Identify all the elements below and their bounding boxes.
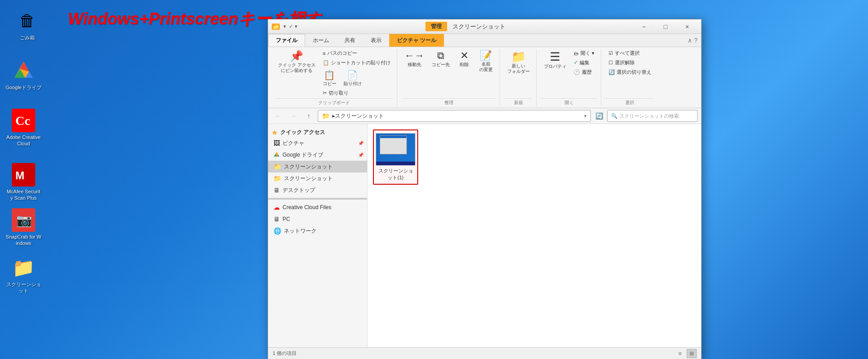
file-name: スクリーンショット(1) (377, 168, 415, 181)
file-item-screenshot[interactable]: スクリーンショット(1) (373, 129, 418, 185)
tile-view-button[interactable]: ⊞ (687, 349, 697, 358)
sidebar-item-gdrive[interactable]: Google ドライブ 📌 (268, 149, 367, 161)
svg-text:📷: 📷 (16, 213, 32, 228)
paste-button[interactable]: 📄 貼り付け (341, 69, 364, 89)
desktop: Windows+Printscreenキーを押す 🗑 ごみ箱 Googleドライ… (0, 0, 868, 359)
sidebar-divider (268, 198, 367, 200)
mcafee-icon[interactable]: M McAfee Security Scan Plus (5, 163, 42, 201)
sidebar-item-desktop[interactable]: 🖥 デスクトップ (268, 184, 367, 196)
adobe-cc-label: Adobe Creative Cloud (5, 134, 42, 147)
google-drive-icon[interactable]: Googleドライブ (5, 59, 42, 91)
status-text: 1 個の項目 (273, 350, 297, 357)
deselect-button[interactable]: ☐ 選択解除 (606, 58, 637, 67)
sidebar-item-screenshot2[interactable]: 📁 スクリーンショット (268, 172, 367, 184)
refresh-button[interactable]: 🔄 (594, 110, 604, 121)
ribbon: ファイル ホーム 共有 表示 ピクチャ ツール ∧ ? 📌 (268, 34, 701, 108)
close-button[interactable]: × (677, 19, 698, 34)
recycle-bin-label: ごみ箱 (20, 34, 35, 41)
network-icon: 🌐 (274, 227, 281, 235)
recycle-bin-icon[interactable]: 🗑 ごみ箱 (9, 9, 45, 41)
maximize-button[interactable]: □ (655, 19, 676, 34)
adobe-cc-icon[interactable]: Cc Adobe Creative Cloud (5, 109, 42, 147)
copy-button[interactable]: 📋 コピー (320, 69, 339, 89)
up-button[interactable]: ↑ (302, 110, 315, 121)
pin-icon: 📌 (358, 141, 363, 146)
sidebar-label-desktop: デスクトップ (283, 187, 315, 194)
tab-view[interactable]: 表示 (363, 34, 389, 47)
creative-cloud-icon: ☁ (274, 204, 280, 211)
delete-button[interactable]: ✕ 削除 (454, 49, 474, 70)
search-placeholder: スクリーンショットの検索 (619, 113, 679, 120)
select-label: 選択 (606, 98, 654, 106)
sidebar-label-screenshot1: スクリーンショット (284, 163, 333, 171)
select-all-button[interactable]: ☑ すべて選択 (606, 49, 642, 57)
back-button[interactable]: ← (272, 110, 284, 121)
sidebar-label-gdrive: Google ドライブ (283, 151, 323, 159)
sidebar-item-network[interactable]: 🌐 ネットワーク (268, 225, 367, 237)
properties-button[interactable]: ☰ プロパティ (541, 49, 569, 77)
clipboard-label: クリップボード (275, 98, 393, 106)
snapcrab-icon[interactable]: 📷 SnapCrab for Windows (5, 208, 42, 247)
address-current: スクリーンショット (335, 112, 384, 120)
clipboard-group: 📌 クイック アクセスにピン留めする ≡ バスのコピー (272, 49, 397, 106)
address-field[interactable]: 📁 ▸ スクリーンショット ▾ (318, 110, 591, 122)
new-folder-button[interactable]: 📁 新しいフォルダー (505, 49, 533, 76)
sidebar-item-pc[interactable]: 🖥 PC (268, 213, 367, 225)
google-drive-label: Googleドライブ (5, 84, 41, 91)
svg-text:Cc: Cc (15, 114, 30, 128)
management-tab: 管理 (425, 22, 447, 31)
tab-share[interactable]: 共有 (337, 34, 363, 47)
move-to-button[interactable]: ←→ 移動先 (402, 49, 427, 70)
pin-quick-access-button[interactable]: 📌 クイック アクセスにピン留めする (275, 49, 318, 75)
collapse-ribbon-icon[interactable]: ∧ (688, 37, 692, 44)
sidebar-item-creative-cloud[interactable]: ☁ Creative Cloud Files (268, 201, 367, 213)
pc-icon: 🖥 (274, 215, 280, 223)
svg-text:M: M (15, 169, 24, 182)
screenshot-icon[interactable]: 📁 スクリーンショット (5, 256, 42, 294)
history-button[interactable]: 🕐 履歴 (571, 68, 597, 77)
main-content: ★ クイック アクセス 🖼 ピクチャ 📌 (268, 124, 701, 347)
cut-button[interactable]: ✂ 切り取り (320, 89, 393, 97)
help-icon[interactable]: ? (694, 37, 698, 44)
quick-access-label: ▾ (283, 24, 286, 29)
status-bar: 1 個の項目 ≡ ⊞ (268, 347, 701, 359)
path-copy-button[interactable]: ≡ バスのコピー (320, 49, 393, 57)
copy-to-button[interactable]: ⧉ コピー先 (429, 49, 453, 70)
new-label: 新規 (505, 98, 533, 106)
title-bar: 📁 ▾ ✓ ▾ 管理 スクリーンショット − □ × (268, 19, 701, 34)
open-label: 開く (541, 98, 597, 106)
sidebar-label-cc: Creative Cloud Files (283, 204, 331, 211)
search-field[interactable]: 🔍 スクリーンショットの検索 (607, 110, 698, 122)
open-button[interactable]: 🗁 開く ▾ (571, 49, 597, 57)
gdrive-icon (274, 151, 280, 159)
sidebar: ★ クイック アクセス 🖼 ピクチャ 📌 (268, 124, 368, 347)
search-icon: 🔍 (611, 113, 618, 119)
tab-picture-tool[interactable]: ピクチャ ツール (389, 34, 444, 47)
pin-icon2: 📌 (358, 153, 363, 158)
list-view-button[interactable]: ≡ (675, 349, 685, 358)
open-group: ☰ プロパティ 🗁 開く ▾ ✓ 編集 (538, 49, 601, 106)
rename-button[interactable]: 📝 名前の変更 (476, 49, 496, 74)
sidebar-label-screenshot2: スクリーンショット (284, 175, 333, 182)
sidebar-item-pictures[interactable]: 🖼 ピクチャ 📌 (268, 137, 367, 149)
sidebar-item-screenshot1[interactable]: 📁 スクリーンショット (268, 161, 367, 172)
organize-group: ←→ 移動先 ⧉ コピー先 ✕ 削除 📝 名前 (398, 49, 500, 106)
file-area: スクリーンショット(1) (368, 124, 701, 347)
invert-select-button[interactable]: 🔄 選択の切り替え (606, 68, 654, 77)
forward-button[interactable]: → (287, 110, 300, 121)
sidebar-label-network: ネットワーク (284, 227, 316, 235)
sidebar-label-pictures: ピクチャ (283, 139, 304, 147)
tab-home[interactable]: ホーム (305, 34, 337, 47)
pictures-icon: 🖼 (274, 139, 280, 147)
star-icon: ★ (272, 129, 278, 136)
organize-label: 整理 (402, 98, 496, 106)
address-bar: ← → ↑ 📁 ▸ スクリーンショット ▾ 🔄 🔍 スクリーンショットの検索 (268, 108, 701, 124)
tab-file[interactable]: ファイル (268, 34, 305, 47)
address-folder-icon: 📁 (322, 112, 330, 120)
minimize-button[interactable]: − (633, 19, 654, 34)
mcafee-label: McAfee Security Scan Plus (5, 188, 42, 201)
shortcut-paste-button[interactable]: 📋 ショートカットの貼り付け (320, 58, 393, 67)
checkmark-icon: ✓ (289, 24, 293, 29)
quick-access-header[interactable]: ★ クイック アクセス (268, 126, 367, 137)
edit-button[interactable]: ✓ 編集 (571, 58, 597, 67)
